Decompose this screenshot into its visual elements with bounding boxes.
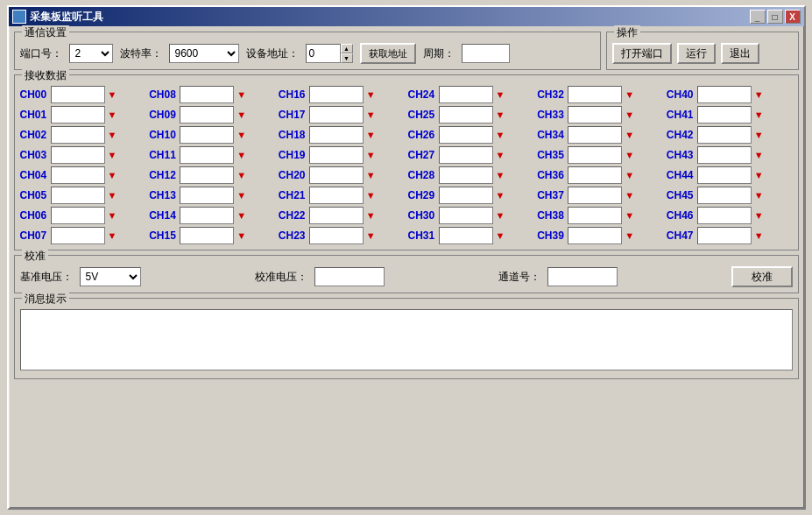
close-button[interactable]: X xyxy=(785,10,801,24)
ch-input-ch44[interactable] xyxy=(697,166,752,184)
ch-input-ch07[interactable] xyxy=(51,227,105,244)
ch-arrow-ch25[interactable]: ▼ xyxy=(496,110,505,120)
ch-arrow-ch07[interactable]: ▼ xyxy=(108,231,117,241)
ch-arrow-ch31[interactable]: ▼ xyxy=(496,231,505,241)
exit-button[interactable]: 退出 xyxy=(721,43,759,64)
ch-input-ch42[interactable] xyxy=(697,126,752,144)
addr-input[interactable] xyxy=(306,44,341,63)
ch-arrow-ch12[interactable]: ▼ xyxy=(237,171,246,180)
ch-arrow-ch01[interactable]: ▼ xyxy=(108,110,117,120)
ch-input-ch02[interactable] xyxy=(51,126,105,144)
ch-input-ch08[interactable] xyxy=(180,86,234,103)
ch-input-ch18[interactable] xyxy=(309,126,364,144)
ch-arrow-ch30[interactable]: ▼ xyxy=(496,211,505,221)
cal-voltage-input[interactable] xyxy=(314,267,385,286)
ch-arrow-ch33[interactable]: ▼ xyxy=(625,110,634,120)
ch-input-ch22[interactable] xyxy=(309,207,364,224)
ch-input-ch12[interactable] xyxy=(180,166,234,184)
ch-arrow-ch15[interactable]: ▼ xyxy=(237,231,246,241)
ch-arrow-ch46[interactable]: ▼ xyxy=(754,211,764,221)
ch-input-ch06[interactable] xyxy=(51,207,105,224)
ch-arrow-ch19[interactable]: ▼ xyxy=(366,151,376,160)
ch-input-ch15[interactable] xyxy=(180,227,234,244)
ch-input-ch23[interactable] xyxy=(309,227,364,244)
spin-down-button[interactable]: ▼ xyxy=(341,53,353,63)
port-select[interactable]: 2134 xyxy=(69,44,113,63)
ch-input-ch01[interactable] xyxy=(51,106,105,123)
ch-arrow-ch14[interactable]: ▼ xyxy=(237,211,246,221)
ch-arrow-ch10[interactable]: ▼ xyxy=(237,131,246,140)
ch-input-ch32[interactable] xyxy=(568,86,622,103)
ch-input-ch38[interactable] xyxy=(568,207,622,224)
ch-input-ch31[interactable] xyxy=(439,227,493,244)
ch-arrow-ch00[interactable]: ▼ xyxy=(108,90,117,100)
ch-arrow-ch40[interactable]: ▼ xyxy=(754,90,764,100)
ch-input-ch28[interactable] xyxy=(439,166,493,184)
ch-input-ch35[interactable] xyxy=(568,146,622,164)
baud-select[interactable]: 9600120024004800192003840057600115200 xyxy=(169,44,239,63)
ch-input-ch00[interactable] xyxy=(51,86,105,103)
ch-arrow-ch34[interactable]: ▼ xyxy=(625,131,634,140)
ch-input-ch41[interactable] xyxy=(697,106,752,123)
ch-arrow-ch13[interactable]: ▼ xyxy=(237,191,246,201)
run-button[interactable]: 运行 xyxy=(677,43,716,64)
ch-input-ch27[interactable] xyxy=(439,146,493,164)
ch-input-ch04[interactable] xyxy=(51,166,105,184)
ch-input-ch43[interactable] xyxy=(697,146,752,164)
ch-arrow-ch35[interactable]: ▼ xyxy=(625,151,634,160)
cal-button[interactable]: 校准 xyxy=(731,266,793,287)
ch-input-ch05[interactable] xyxy=(51,187,105,204)
ch-arrow-ch27[interactable]: ▼ xyxy=(496,151,505,160)
ch-arrow-ch03[interactable]: ▼ xyxy=(108,151,117,160)
ch-arrow-ch06[interactable]: ▼ xyxy=(108,211,117,221)
minimize-button[interactable]: _ xyxy=(750,10,766,24)
ch-input-ch47[interactable] xyxy=(697,227,752,244)
ch-arrow-ch32[interactable]: ▼ xyxy=(625,90,634,100)
ch-input-ch10[interactable] xyxy=(180,126,234,144)
get-addr-button[interactable]: 获取地址 xyxy=(360,43,416,64)
open-port-button[interactable]: 打开端口 xyxy=(612,43,672,64)
ch-arrow-ch44[interactable]: ▼ xyxy=(754,171,764,180)
maximize-button[interactable]: □ xyxy=(767,10,783,24)
ch-arrow-ch26[interactable]: ▼ xyxy=(496,131,505,140)
ch-input-ch03[interactable] xyxy=(51,146,105,164)
ch-input-ch11[interactable] xyxy=(180,146,234,164)
ch-arrow-ch16[interactable]: ▼ xyxy=(366,90,376,100)
ch-arrow-ch29[interactable]: ▼ xyxy=(496,191,505,201)
ch-arrow-ch47[interactable]: ▼ xyxy=(754,231,764,241)
ch-input-ch30[interactable] xyxy=(439,207,493,224)
ch-arrow-ch18[interactable]: ▼ xyxy=(366,131,376,140)
ch-input-ch19[interactable] xyxy=(309,146,364,164)
ch-arrow-ch17[interactable]: ▼ xyxy=(366,110,376,120)
ch-input-ch45[interactable] xyxy=(697,187,752,204)
ch-arrow-ch28[interactable]: ▼ xyxy=(496,171,505,180)
ch-input-ch14[interactable] xyxy=(180,207,234,224)
ch-input-ch20[interactable] xyxy=(309,166,364,184)
ch-arrow-ch21[interactable]: ▼ xyxy=(366,191,376,201)
ch-arrow-ch24[interactable]: ▼ xyxy=(496,90,505,100)
ch-input-ch29[interactable] xyxy=(439,187,493,204)
ch-input-ch33[interactable] xyxy=(568,106,622,123)
ch-input-ch34[interactable] xyxy=(568,126,622,144)
ch-arrow-ch36[interactable]: ▼ xyxy=(625,171,634,180)
ch-arrow-ch09[interactable]: ▼ xyxy=(237,110,246,120)
ch-arrow-ch42[interactable]: ▼ xyxy=(754,131,764,140)
ch-arrow-ch22[interactable]: ▼ xyxy=(366,211,376,221)
ch-arrow-ch23[interactable]: ▼ xyxy=(366,231,376,241)
ch-arrow-ch43[interactable]: ▼ xyxy=(754,151,764,160)
ch-input-ch26[interactable] xyxy=(439,126,493,144)
ch-input-ch21[interactable] xyxy=(309,187,364,204)
ch-arrow-ch41[interactable]: ▼ xyxy=(754,110,764,120)
ch-input-ch25[interactable] xyxy=(439,106,493,123)
ref-voltage-select[interactable]: 5V3.3V2.5V xyxy=(80,267,141,286)
ch-input-ch09[interactable] xyxy=(180,106,234,123)
ch-arrow-ch05[interactable]: ▼ xyxy=(108,191,117,201)
ch-input-ch46[interactable] xyxy=(697,207,752,224)
ch-arrow-ch04[interactable]: ▼ xyxy=(108,171,117,180)
ch-input-ch40[interactable] xyxy=(697,86,752,103)
ch-input-ch36[interactable] xyxy=(568,166,622,184)
spin-up-button[interactable]: ▲ xyxy=(341,44,353,53)
channel-input[interactable] xyxy=(547,267,618,286)
ch-arrow-ch45[interactable]: ▼ xyxy=(754,191,764,201)
ch-input-ch16[interactable] xyxy=(309,86,364,103)
